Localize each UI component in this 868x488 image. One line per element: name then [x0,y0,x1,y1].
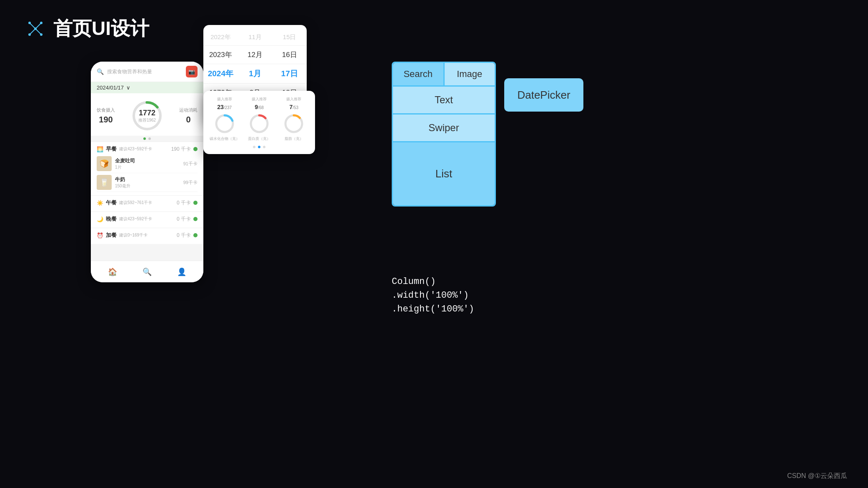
code-line-2: .width('100%') [392,289,474,302]
datepicker-box: DatePicker [504,78,583,112]
food-name-milk: 牛奶 [115,176,180,183]
snack-cal: 0 千卡 [177,232,191,239]
food-img-toast: 🍞 [97,156,112,171]
datepicker-row-1: 2023年12月16日 [203,46,307,64]
search-placeholder: 搜索食物营养和热量 [107,68,152,75]
nutrition-dot-1 [253,146,255,148]
dinner-icon: 🌙 [97,216,103,222]
nav-search[interactable]: 🔍 [143,267,152,276]
protein-sublabel: 蛋白质（克） [244,136,274,142]
protein-label: 摄入推荐 [244,97,274,102]
snack-dot [193,233,198,237]
carbs-donut [214,113,235,134]
nutrition-card-fat: 摄入推荐 7/53 脂肪（克） [279,97,309,142]
breakfast-label: 早餐 [106,145,117,153]
header-icon [25,18,46,39]
protein-value: 9/68 [244,104,274,110]
svg-line-5 [30,23,35,29]
calorie-intake: 饮食摄入 190 [97,107,115,124]
snack-icon: ⏰ [97,232,103,239]
search-icon: 🔍 [97,68,104,75]
calorie-intake-value: 190 [97,115,115,124]
snack-label: 加餐 [106,232,117,239]
fat-sublabel: 脂肪（克） [279,136,309,142]
dot-2 [148,137,151,140]
dinner-section: 🌙 晚餐 建议423~592千卡 0 千卡 [91,212,203,228]
calorie-section: 饮食摄入 190 1772 推荐1962 运动消耗 0 [91,93,203,136]
diagram-text-block: Text [393,87,495,115]
phone-mockup: 🔍 搜索食物营养和热量 📷 2024/01/17 ∨ 饮食摄入 190 1772… [91,62,203,282]
ui-diagram: Search Image Text Swiper List [392,62,496,207]
phone-bottom-nav: 🏠 🔍 👤 [91,261,203,282]
svg-line-6 [35,23,41,29]
current-date: 2024/01/17 [97,85,124,91]
nutrition-pagination [209,146,309,148]
dropdown-arrow: ∨ [126,85,130,91]
nutrition-popup: 摄入推荐 23/237 碳水化合物（克） 摄入推荐 9/68 蛋白质（克） [203,91,315,154]
fat-value: 7/53 [279,104,309,110]
carbs-label: 摄入推荐 [209,97,240,102]
food-detail-toast: 1片 [115,164,180,170]
datepicker-row-2: 2024年1月17日 [203,64,307,84]
calorie-intake-label: 饮食摄入 [97,107,115,113]
date-bar[interactable]: 2024/01/17 ∨ [91,82,203,93]
diagram-list-block: List [393,142,495,205]
calorie-remaining-value: 1772 [138,109,156,117]
diagram-tabs-row: Search Image [393,63,495,87]
nav-home[interactable]: 🏠 [108,267,117,276]
food-detail-milk: 150毫升 [115,183,180,189]
phone-search-bar[interactable]: 🔍 搜索食物营养和热量 📷 [91,62,203,82]
carbs-sublabel: 碳水化合物（克） [209,136,240,142]
code-line-3: .height('100%') [392,302,474,316]
calorie-ring: 1772 推荐1962 [130,99,164,132]
calorie-remaining-sub: 推荐1962 [138,117,156,123]
breakfast-dot [193,147,198,151]
breakfast-suggest: 建议423~592千卡 [119,146,152,152]
page-title: 首页UI设计 [53,16,149,42]
lunch-suggest: 建议592~761千卡 [119,200,152,206]
food-item-toast: 🍞 全麦吐司 1片 91千卡 [97,154,198,173]
calorie-burn-label: 运动消耗 [179,107,198,113]
dinner-dot [193,217,198,221]
camera-icon[interactable]: 📷 [186,66,198,77]
food-item-milk: 🥛 牛奶 150毫升 99千卡 [97,173,198,192]
code-line-1: Column() [392,275,474,289]
tab-image[interactable]: Image [445,63,495,85]
snack-section: ⏰ 加餐 建议0~169千卡 0 千卡 [91,228,203,244]
lunch-cal: 0 千卡 [177,199,191,207]
dinner-label: 晚餐 [106,215,117,223]
svg-line-7 [30,29,35,35]
food-img-milk: 🥛 [97,175,112,190]
food-name-toast: 全麦吐司 [115,157,180,164]
code-block: Column() .width('100%') .height('100%') [392,275,474,316]
food-cal-toast: 91千卡 [183,161,198,167]
ui-diagram-inner: Search Image Text Swiper List [392,62,496,207]
nutrition-dot-3 [263,146,265,148]
datepicker-row-0: 2022年11月15日 [203,29,307,46]
diagram-swiper-block: Swiper [393,115,495,142]
nutrition-card-carbs: 摄入推荐 23/237 碳水化合物（克） [209,97,240,142]
nutrition-card-protein: 摄入推荐 9/68 蛋白质（克） [244,97,274,142]
header: 首页UI设计 [25,16,149,42]
breakfast-icon: 🌅 [97,146,103,152]
food-cal-milk: 99千卡 [183,179,198,186]
lunch-section: ☀️ 午餐 建议592~761千卡 0 千卡 [91,195,203,212]
calorie-burn: 运动消耗 0 [179,107,198,124]
breakfast-cal: 190 千卡 [171,146,191,153]
lunch-label: 午餐 [106,199,117,207]
fat-label: 摄入推荐 [279,97,309,102]
lunch-icon: ☀️ [97,200,103,206]
calorie-dots [91,136,203,142]
protein-donut [248,113,270,134]
svg-line-8 [35,29,41,35]
dinner-cal: 0 千卡 [177,216,191,223]
fat-donut [283,113,305,134]
nutrition-dot-2 [258,146,260,148]
calorie-burn-value: 0 [179,115,198,124]
watermark: CSDN @①云朵西瓜 [787,472,847,481]
breakfast-section: 🌅 早餐 建议423~592千卡 190 千卡 🍞 全麦吐司 1片 91千卡 🥛… [91,142,203,195]
tab-search[interactable]: Search [393,63,443,85]
dot-1 [143,137,146,140]
nav-profile[interactable]: 👤 [177,267,186,276]
lunch-dot [193,201,198,205]
